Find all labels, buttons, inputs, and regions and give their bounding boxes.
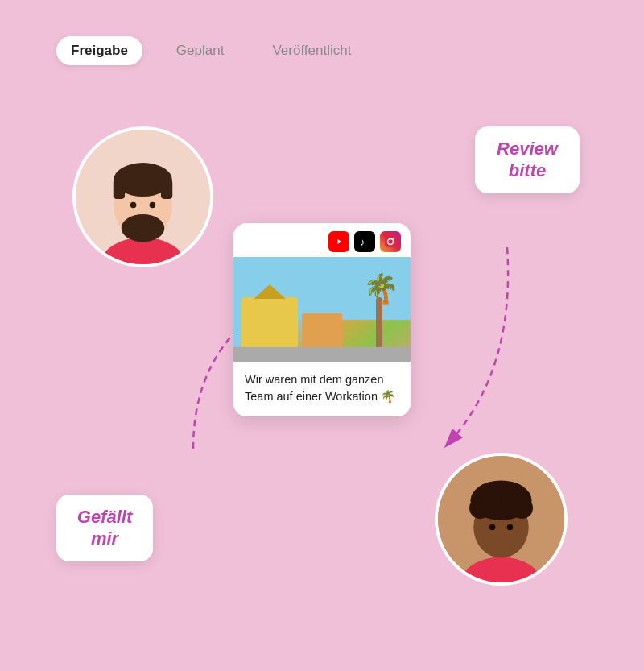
instagram-icon: [380, 230, 401, 251]
svg-point-9: [122, 213, 164, 241]
platform-icons: ♪: [233, 222, 411, 256]
svg-text:♪: ♪: [360, 235, 365, 247]
avatar-right: [435, 453, 568, 586]
svg-point-21: [489, 524, 496, 530]
gefaellt-label: Gefällt mir: [56, 495, 153, 561]
svg-point-10: [130, 201, 137, 208]
tab-bar: Freigabe Geplant Veröffentlicht: [32, 22, 612, 65]
card-caption: Wir waren mit dem ganzen Team auf einer …: [233, 361, 411, 416]
tiktok-icon: ♪: [354, 230, 375, 251]
tab-veroeffentlicht[interactable]: Veröffentlicht: [258, 36, 365, 65]
review-label: Review bitte: [475, 126, 580, 193]
svg-point-22: [507, 524, 514, 530]
svg-point-20: [502, 489, 520, 507]
avatar-left: [72, 126, 213, 267]
tab-geplant[interactable]: Geplant: [162, 36, 239, 65]
svg-rect-26: [385, 235, 396, 246]
svg-rect-8: [161, 180, 172, 199]
tab-freigabe[interactable]: Freigabe: [56, 36, 142, 65]
main-card: Freigabe Geplant Veröffentlicht: [32, 22, 612, 650]
svg-point-28: [393, 238, 394, 239]
svg-rect-7: [114, 180, 125, 199]
youtube-icon: [328, 230, 349, 251]
card-image: 🌴: [233, 256, 411, 361]
svg-point-11: [150, 201, 156, 208]
svg-point-19: [482, 489, 501, 507]
content-card: ♪: [233, 222, 411, 416]
